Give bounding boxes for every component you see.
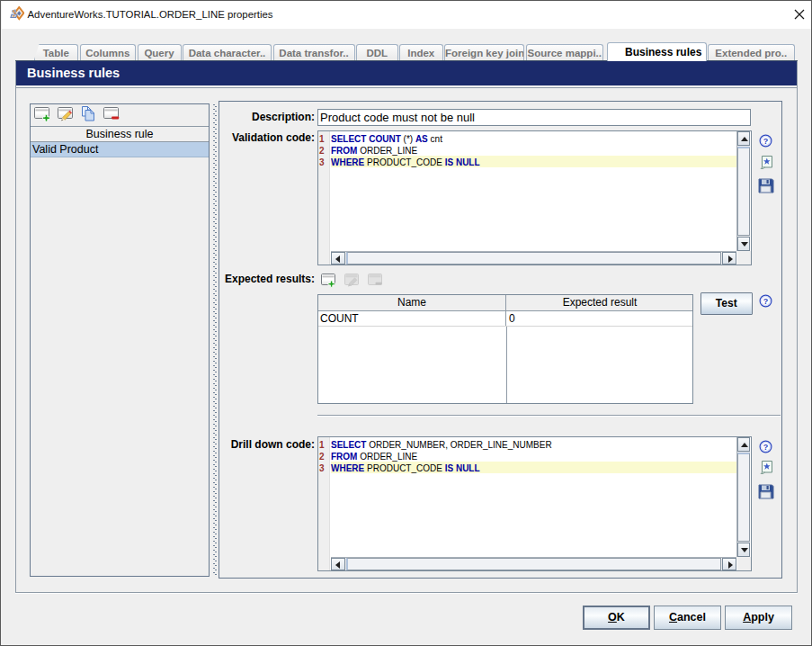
svg-text:?: ? (763, 137, 769, 146)
svg-text:?: ? (763, 443, 769, 452)
svg-text:?: ? (763, 297, 769, 306)
